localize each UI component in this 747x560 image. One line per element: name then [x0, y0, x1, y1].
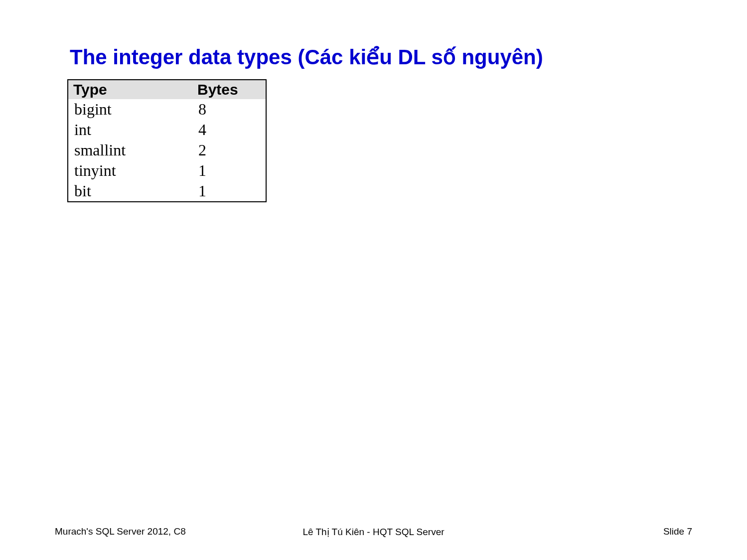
cell-bytes: 4 [192, 120, 266, 140]
table-row: bigint 8 [68, 99, 266, 120]
cell-bytes: 2 [192, 140, 266, 160]
slide-title: The integer data types (Các kiểu DL số n… [67, 45, 680, 69]
slide-content: The integer data types (Các kiểu DL số n… [0, 0, 747, 202]
header-bytes: Bytes [192, 80, 266, 99]
data-types-table: Type Bytes bigint 8 int 4 smallint 2 tin… [67, 79, 267, 202]
cell-type: tinyint [68, 160, 192, 181]
cell-type: bit [68, 181, 192, 202]
footer-right: Slide 7 [663, 526, 692, 537]
table-row: bit 1 [68, 181, 266, 202]
table-row: int 4 [68, 120, 266, 140]
cell-type: bigint [68, 99, 192, 120]
cell-type: int [68, 120, 192, 140]
footer-left: Murach's SQL Server 2012, C8 [55, 526, 186, 537]
slide-footer: Murach's SQL Server 2012, C8 Lê Thị Tú K… [0, 526, 747, 537]
cell-type: smallint [68, 140, 192, 160]
table-row: smallint 2 [68, 140, 266, 160]
cell-bytes: 1 [192, 160, 266, 181]
footer-center: Lê Thị Tú Kiên - HQT SQL Server [302, 526, 444, 538]
table-row: tinyint 1 [68, 160, 266, 181]
cell-bytes: 1 [192, 181, 266, 202]
header-type: Type [68, 80, 192, 99]
cell-bytes: 8 [192, 99, 266, 120]
table-header-row: Type Bytes [68, 80, 266, 99]
